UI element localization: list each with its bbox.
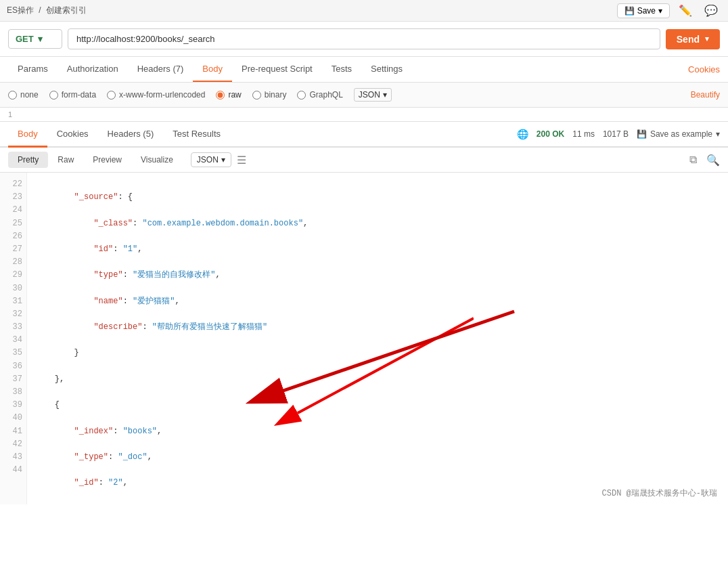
resp-tab-test-results[interactable]: Test Results — [163, 122, 230, 148]
response-time: 11 ms — [572, 129, 595, 139]
top-bar-actions: 💾 Save ▾ ✏️ 💬 — [617, 3, 721, 18]
request-bar: GET ▾ Send ▾ — [0, 22, 728, 57]
response-tabs: Body Cookies Headers (5) Test Results 🌐 … — [0, 122, 728, 148]
save-icon: 💾 — [624, 6, 635, 16]
view-tab-preview[interactable]: Preview — [83, 152, 131, 168]
resp-tab-cookies[interactable]: Cookies — [47, 122, 98, 148]
tab-params[interactable]: Params — [8, 57, 58, 82]
line-numbers: 22 23 24 25 26 27 28 29 30 31 32 33 34 3… — [0, 173, 27, 504]
edit-icon-btn[interactable]: ✏️ — [675, 3, 696, 18]
chevron-icon: ▾ — [658, 6, 662, 16]
view-tabs-right: ⧉ 🔍 — [689, 154, 720, 167]
status-badge: 200 OK — [537, 129, 564, 139]
tab-authorization[interactable]: Authorization — [58, 57, 128, 82]
tab-tests[interactable]: Tests — [322, 57, 361, 82]
chevron-down-icon: ▾ — [38, 34, 43, 44]
view-tab-raw[interactable]: Raw — [48, 152, 83, 168]
tab-cookies-right[interactable]: Cookies — [688, 58, 720, 81]
tab-headers[interactable]: Headers (7) — [128, 57, 194, 82]
line-indicator: 1 — [0, 108, 728, 122]
breadcrumb: ES操作 / 创建索引引 — [7, 5, 617, 16]
tab-settings[interactable]: Settings — [361, 57, 412, 82]
filter-icon[interactable]: ☰ — [237, 154, 246, 167]
method-select[interactable]: GET ▾ — [8, 29, 62, 49]
code-area: 22 23 24 25 26 27 28 29 30 31 32 33 34 3… — [0, 173, 728, 504]
beautify-button[interactable]: Beautify — [691, 90, 720, 100]
response-size: 1017 B — [603, 129, 629, 139]
chevron-down-icon: ▾ — [221, 155, 225, 165]
view-tab-visualize[interactable]: Visualize — [131, 152, 183, 168]
send-chevron-icon: ▾ — [705, 35, 709, 43]
chevron-down-icon: ▾ — [383, 90, 387, 100]
code-content: "_source": { "_class": "com.example.webd… — [27, 173, 728, 504]
globe-icon: 🌐 — [517, 129, 528, 139]
copy-icon[interactable]: ⧉ — [689, 154, 697, 166]
tab-prerequest[interactable]: Pre-request Script — [232, 57, 322, 82]
comment-icon-btn[interactable]: 💬 — [701, 3, 721, 18]
save-example-icon: 💾 — [637, 129, 647, 139]
resp-tab-body[interactable]: Body — [8, 122, 47, 148]
view-tabs: Pretty Raw Preview Visualize JSON ▾ ☰ ⧉ … — [0, 148, 728, 173]
save-button-top[interactable]: 💾 Save ▾ — [617, 3, 670, 18]
search-icon[interactable]: 🔍 — [706, 154, 720, 167]
body-type-binary[interactable]: binary — [252, 90, 287, 100]
body-type-graphql[interactable]: GraphQL — [297, 90, 342, 100]
resp-tab-headers[interactable]: Headers (5) — [98, 122, 164, 148]
top-bar: ES操作 / 创建索引引 💾 Save ▾ ✏️ 💬 — [0, 0, 728, 22]
send-button[interactable]: Send ▾ — [666, 29, 720, 49]
body-type-none[interactable]: none — [8, 90, 39, 100]
save-example-button[interactable]: 💾 Save as example ▾ — [637, 129, 720, 139]
view-format-select[interactable]: JSON ▾ — [191, 152, 231, 167]
url-input[interactable] — [68, 28, 660, 49]
body-type-bar: none form-data x-www-form-urlencoded raw… — [0, 83, 728, 108]
json-format-select[interactable]: JSON ▾ — [354, 88, 392, 102]
request-tabs: Params Authorization Headers (7) Body Pr… — [0, 57, 728, 83]
view-tab-pretty[interactable]: Pretty — [8, 152, 48, 168]
tab-body[interactable]: Body — [193, 57, 232, 82]
body-type-urlencoded[interactable]: x-www-form-urlencoded — [107, 90, 205, 100]
save-example-chevron-icon: ▾ — [716, 129, 720, 139]
body-type-formdata[interactable]: form-data — [49, 90, 96, 100]
body-type-raw[interactable]: raw — [216, 90, 241, 100]
response-meta: 🌐 200 OK 11 ms 1017 B 💾 Save as example … — [517, 129, 720, 139]
